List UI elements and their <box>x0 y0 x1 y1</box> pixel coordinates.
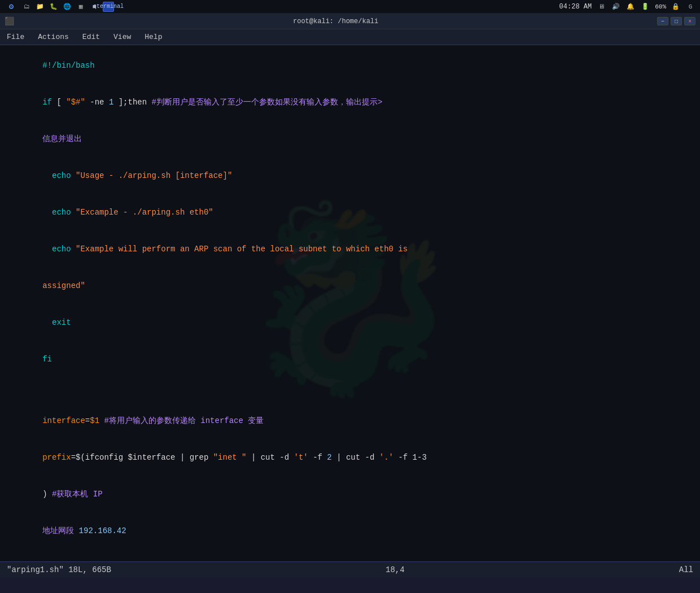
line-prefix: prefix=$(ifconfig $interface | grep "ine… <box>5 439 695 476</box>
terminal-small-icon[interactable]: ▦ <box>76 2 86 12</box>
terminal-content[interactable]: 🐉 #!/bin/bash if [ "$#" -ne 1 ];then #判断… <box>0 45 700 561</box>
menu-edit[interactable]: Edit <box>80 32 102 42</box>
taskbar-right: 04:28 AM 🖥 🔊 🔔 🔋 60% 🔒 G <box>559 2 695 12</box>
line-exit: exit <box>5 304 695 341</box>
statusbar-position: 18,4 <box>386 565 405 574</box>
network-icon: G <box>685 2 695 12</box>
line-addr-segment: 地址网段 192.168.42 <box>5 513 695 550</box>
taskbar-left: ⚙ 🗂 📁 🐛 🌐 ▦ ■ qterminal <box>5 1 114 13</box>
menu-file[interactable]: File <box>5 32 27 42</box>
line-shebang: #!/bin/bash <box>5 47 695 84</box>
statusbar: "arping1.sh" 18L, 665B 18,4 All <box>0 561 700 577</box>
terminal-titlebar: ⬛ root@kali: /home/kali − □ × <box>0 14 700 29</box>
terminal-tab-label: qterminal <box>93 3 124 10</box>
terminal-tab-icon[interactable]: qterminal <box>103 2 114 12</box>
line-echo-long: echo "Example will perform an ARP scan o… <box>5 231 695 268</box>
terminal-icon: ⬛ <box>5 16 14 26</box>
line-echo-usage: echo "Usage - ./arping.sh [interface]" <box>5 158 695 194</box>
files-icon[interactable]: 🗂 <box>21 2 32 12</box>
menu-actions[interactable]: Actions <box>36 32 71 42</box>
code-content: #!/bin/bash if [ "$#" -ne 1 ];then #判断用户… <box>5 47 695 561</box>
bug-icon[interactable]: 🐛 <box>49 2 59 12</box>
bell-icon: 🔔 <box>625 2 636 12</box>
menu-help[interactable]: Help <box>142 32 164 42</box>
line-if: if [ "$#" -ne 1 ];then #判断用户是否输入了至少一个参数如… <box>5 84 695 121</box>
statusbar-view: All <box>679 565 693 574</box>
lock-icon: 🔒 <box>671 2 681 12</box>
earth-icon[interactable]: 🌐 <box>62 2 72 12</box>
battery-icon: 🔋 <box>640 2 650 12</box>
menubar: File Actions Edit View Help <box>0 29 700 45</box>
line-prefix-close: ) #获取本机 IP <box>5 476 695 513</box>
line-scan-comment: #对整个网段进行 arping <box>5 550 695 561</box>
line-assigned: assigned" <box>5 268 695 304</box>
maximize-button[interactable]: □ <box>671 17 682 25</box>
line-echo-example: echo "Excample - ./arping.sh eth0" <box>5 194 695 231</box>
titlebar-left: ⬛ <box>5 16 14 26</box>
line-comment-continue: 信息并退出 <box>5 121 695 158</box>
shebang-text: #!/bin/bash <box>42 61 94 70</box>
time-display: 04:28 AM <box>559 3 592 11</box>
volume-icon: 🔊 <box>611 2 621 12</box>
window-controls: − □ × <box>657 17 695 25</box>
terminal-window: File Actions Edit View Help 🐉 #!/bin/bas… <box>0 29 700 577</box>
line-empty-2 <box>5 390 695 403</box>
window-title: root@kali: /home/kali <box>293 18 378 25</box>
statusbar-filename: "arping1.sh" 18L, 665B <box>7 565 111 574</box>
folder-icon[interactable]: 📁 <box>35 2 45 12</box>
monitor-icon: 🖥 <box>596 2 606 12</box>
menu-view[interactable]: View <box>111 32 133 42</box>
minimize-button[interactable]: − <box>657 17 668 25</box>
close-button[interactable]: × <box>684 17 695 25</box>
titlebar-center: root@kali: /home/kali <box>14 18 657 25</box>
system-taskbar: ⚙ 🗂 📁 🐛 🌐 ▦ ■ qterminal 04:28 AM 🖥 🔊 🔔 🔋… <box>0 0 700 14</box>
line-fi: fi <box>5 342 695 378</box>
line-empty-1 <box>5 378 695 391</box>
line-interface: interface=$1 #将用户输入的参数传递给 interface 变量 <box>5 403 695 439</box>
kali-logo-icon[interactable]: ⚙ <box>5 1 18 13</box>
battery-percent: 60% <box>655 3 666 10</box>
